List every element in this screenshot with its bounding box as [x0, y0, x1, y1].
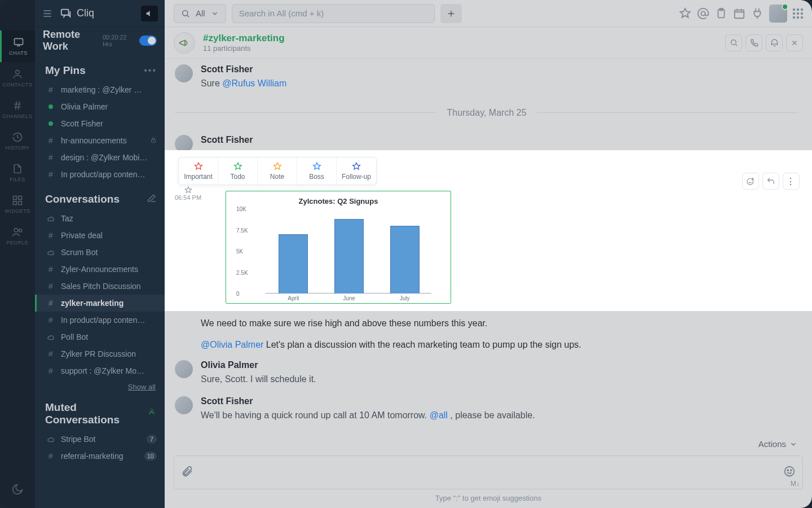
sidebar-item[interactable]: Taz — [35, 210, 165, 227]
mention[interactable]: @Olivia Palmer — [201, 340, 263, 349]
rail-contacts[interactable]: CONTACTS — [0, 62, 35, 94]
sidebar-item[interactable]: Scrum Bot — [35, 244, 165, 261]
emoji-button[interactable] — [783, 465, 796, 480]
chart-bar — [279, 234, 308, 294]
star-note[interactable]: Note — [258, 157, 297, 185]
star-outline-icon[interactable] — [184, 186, 192, 194]
sidebar-item[interactable]: #design : @Zylker Mobi… — [35, 149, 165, 166]
rail-people[interactable]: PEOPLE — [0, 220, 35, 252]
pencil-icon — [147, 193, 157, 203]
svg-rect-0 — [14, 38, 23, 45]
pins-title: My Pins — [45, 64, 86, 77]
remote-toggle[interactable] — [139, 36, 157, 46]
show-all-link[interactable]: Show all — [35, 379, 165, 391]
remote-timer: 00:20:22 Hrs — [103, 34, 135, 47]
topbar: All Search in All (cmd + k) ＋ — [165, 0, 812, 27]
rail-chats[interactable]: CHATS — [0, 30, 35, 62]
muted-collapse[interactable] — [147, 408, 157, 420]
reply-button[interactable] — [762, 173, 779, 190]
react-button[interactable] — [742, 173, 759, 190]
rail-history[interactable]: HISTORY — [0, 125, 35, 157]
clipboard-icon[interactable] — [715, 7, 727, 20]
sidebar-item[interactable]: #Zyler-Announcements — [35, 261, 165, 278]
message-actions-menu[interactable]: Actions — [165, 437, 812, 451]
sidebar: Cliq Remote Work 00:20:22 Hrs My Pins ••… — [35, 0, 165, 508]
chart-attachment[interactable]: Zylcnotes: Q2 Signups 02.5K5K7.5K10KApri… — [226, 191, 451, 304]
star-icon — [233, 162, 242, 171]
hamburger-icon[interactable] — [42, 8, 53, 19]
pins-list: #marketing : @Zylker …Olivia PalmerScott… — [35, 81, 165, 183]
channel-close-button[interactable] — [786, 34, 803, 51]
star-followup[interactable]: Follow-up — [337, 157, 376, 185]
sidebar-item[interactable]: #In product/app conten… — [35, 312, 165, 329]
star-boss[interactable]: Boss — [297, 157, 337, 185]
plug-icon[interactable] — [751, 7, 764, 20]
rail-widgets[interactable]: WIDGETS — [0, 189, 35, 220]
svg-rect-5 — [19, 202, 22, 205]
file-icon — [12, 163, 23, 174]
mentions-icon[interactable] — [697, 7, 709, 20]
sidebar-item[interactable]: #In product/app conten… — [35, 166, 165, 183]
search-scope[interactable]: All — [174, 4, 226, 23]
mention[interactable]: @all — [430, 410, 448, 420]
calendar-icon[interactable] — [733, 7, 745, 20]
channel-call-button[interactable] — [745, 34, 762, 51]
sidebar-item[interactable]: Stripe Bot7 — [35, 431, 165, 448]
remote-title: Remote Work — [43, 29, 103, 52]
sidebar-item[interactable]: Poll Bot — [35, 329, 165, 345]
sidebar-item[interactable]: #referral-marketing10 — [35, 448, 165, 465]
speaker-button[interactable] — [141, 6, 158, 21]
contacts-icon — [12, 68, 23, 80]
mention[interactable]: @Rufus William — [222, 78, 286, 88]
sidebar-item[interactable]: #support : @Zylker Mo… — [35, 362, 165, 379]
markdown-indicator[interactable]: M↓ — [791, 480, 800, 488]
chevron-down-icon — [789, 440, 797, 448]
channel-notify-button[interactable] — [766, 34, 783, 51]
author: Scott Fisher — [201, 396, 798, 406]
user-avatar[interactable] — [769, 5, 787, 23]
search-input[interactable]: Search in All (cmd + k) — [232, 4, 435, 23]
sidebar-item[interactable]: #hr-announcements — [35, 132, 165, 149]
channel-name[interactable]: #zylker-marketing — [203, 33, 285, 44]
chart-bar — [334, 219, 364, 294]
new-button[interactable]: ＋ — [440, 4, 462, 23]
hash-icon — [12, 100, 23, 111]
rail-channels[interactable]: CHANNELS — [0, 94, 35, 125]
star-todo[interactable]: Todo — [218, 157, 258, 185]
channel-avatar — [174, 32, 195, 54]
theme-toggle[interactable] — [11, 483, 24, 498]
convs-title: Conversations — [45, 193, 120, 205]
date-divider: Thursday, March 25 — [175, 108, 798, 118]
svg-point-7 — [19, 229, 22, 232]
megaphone-icon — [178, 37, 191, 49]
star-category-strip: Important Todo Note Boss Follow-up — [178, 157, 377, 185]
sidebar-item[interactable]: #zylker-marketing — [35, 295, 165, 312]
channel-header: #zylker-marketing 11 participants — [165, 27, 812, 59]
pins-more[interactable]: ••• — [144, 65, 157, 76]
sidebar-item[interactable]: #marketing : @Zylker … — [35, 81, 165, 98]
svg-point-17 — [787, 470, 788, 471]
cliq-logo-icon — [60, 7, 72, 20]
sidebar-item[interactable]: #Private deal — [35, 227, 165, 244]
muted-title: Muted Conversations — [45, 401, 147, 426]
channel-search-button[interactable] — [725, 34, 742, 51]
sidebar-item[interactable]: #Zylker PR Discussion — [35, 345, 165, 362]
more-button[interactable]: ⋮ — [783, 173, 800, 190]
chart-area: 02.5K5K7.5K10KAprilJuneJuly — [266, 209, 431, 294]
star-nav-icon[interactable] — [679, 7, 691, 20]
apps-grid-icon[interactable] — [793, 8, 803, 19]
convs-add[interactable] — [147, 193, 157, 205]
sidebar-item[interactable]: Olivia Palmer — [35, 98, 165, 115]
composer[interactable] — [174, 456, 803, 489]
message-text: @Olivia Palmer Let's plan a discussion w… — [201, 340, 798, 350]
message-hover-actions: ⋮ — [742, 173, 800, 190]
attach-button[interactable] — [181, 465, 193, 480]
svg-point-16 — [785, 467, 795, 476]
message-star-meta: 06:54 PM — [175, 186, 201, 201]
sidebar-item[interactable]: #Sales Pitch Discussion — [35, 278, 165, 295]
sidebar-item[interactable]: Scott Fisher — [35, 115, 165, 132]
rail-files[interactable]: FILES — [0, 157, 35, 189]
star-important[interactable]: Important — [179, 157, 218, 185]
message-text: Sure, Scott. I will schedule it. — [201, 373, 798, 387]
chat-icon — [13, 37, 24, 48]
